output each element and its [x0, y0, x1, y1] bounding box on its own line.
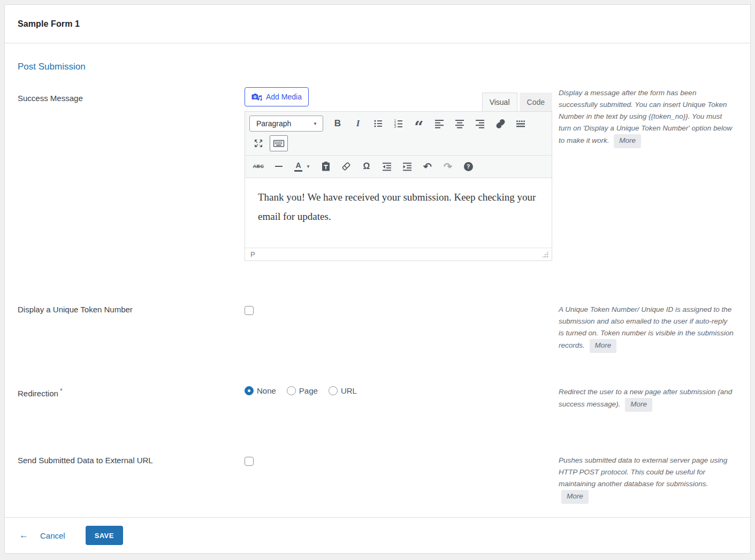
- redirection-help: Redirect the user to a new page after su…: [559, 386, 734, 412]
- numbered-list-icon: 123: [393, 118, 404, 129]
- toolbar-bold-button[interactable]: B: [329, 116, 347, 132]
- external-url-label: Send Submitted Data to External URL: [18, 455, 245, 465]
- radio-page[interactable]: [287, 386, 296, 395]
- radio-url[interactable]: [329, 386, 338, 395]
- editor-content[interactable]: Thank you! We have received your submiss…: [245, 178, 552, 248]
- section-title-post-submission[interactable]: Post Submission: [18, 62, 737, 72]
- redirection-label: Redirection*: [18, 386, 245, 398]
- toolbar-special-character-button[interactable]: Ω: [357, 158, 376, 174]
- redirection-label-text: Redirection: [18, 389, 58, 398]
- radio-option-page[interactable]: Page: [287, 386, 318, 395]
- chevron-down-icon: ▼: [313, 121, 317, 126]
- toolbar-align-center-button[interactable]: [451, 116, 469, 132]
- help-col-external-url: Pushes submitted data to external server…: [552, 455, 734, 504]
- eraser-icon: [341, 161, 352, 172]
- svg-text:3: 3: [394, 125, 396, 128]
- toolbar-help-button[interactable]: ?: [459, 158, 477, 174]
- help-col-redirection: Redirect the user to a new page after su…: [552, 386, 734, 412]
- editor-statusbar: P: [245, 248, 552, 260]
- success-message-help: Display a message after the form has bee…: [559, 87, 734, 148]
- radio-url-label: URL: [341, 386, 357, 395]
- editor-toolbar: Paragraph ▼ B I 123 “: [245, 112, 552, 178]
- toolbar-insert-link-button[interactable]: [491, 116, 509, 132]
- bold-icon: B: [334, 118, 341, 129]
- help-col-success-message: Display a message after the form has bee…: [552, 87, 734, 148]
- toolbar-italic-button[interactable]: I: [349, 116, 367, 132]
- toolbar-clear-formatting-button[interactable]: [337, 158, 355, 174]
- radio-none-label: None: [257, 386, 276, 395]
- row-success-message: Success Message Add Media: [18, 87, 737, 261]
- editor-frame: Paragraph ▼ B I 123 “: [245, 111, 552, 261]
- blockquote-icon: “: [414, 125, 423, 130]
- more-button[interactable]: More: [561, 490, 589, 504]
- toolbar-fullscreen-button[interactable]: [249, 135, 268, 151]
- insert-link-icon: [495, 118, 506, 129]
- keyboard-toolbar-toggle-icon: [273, 138, 285, 149]
- toolbar-blockquote-button[interactable]: “: [410, 116, 428, 132]
- add-media-label: Add Media: [266, 93, 302, 101]
- undo-icon: ↶: [423, 162, 432, 172]
- toolbar-indent-button[interactable]: [398, 158, 416, 174]
- page-title: Sample Form 1: [18, 19, 80, 29]
- special-character-icon: Ω: [363, 162, 370, 171]
- redirection-radio-group: None Page URL: [245, 386, 552, 395]
- save-button[interactable]: SAVE: [86, 526, 123, 545]
- radio-option-none[interactable]: None: [245, 386, 276, 395]
- toolbar-read-more-button[interactable]: [512, 116, 530, 132]
- media-icon: [251, 92, 262, 102]
- toolbar-row-1: Paragraph ▼ B I 123 “: [245, 112, 552, 132]
- toolbar-numbered-list-button[interactable]: 123: [390, 116, 408, 132]
- paste-as-text-icon: [321, 161, 331, 172]
- toolbar-row-2: [245, 132, 552, 155]
- horizontal-rule-icon: [275, 166, 283, 167]
- card-footer: ← Cancel SAVE: [5, 517, 750, 553]
- wp-editor: Add Media Visual Code Paragraph ▼: [245, 87, 552, 261]
- external-url-checkbox[interactable]: [245, 457, 254, 466]
- toolbar-align-right-button[interactable]: [471, 116, 489, 132]
- toolbar-horizontal-rule-button[interactable]: [270, 158, 288, 174]
- radio-option-url[interactable]: URL: [329, 386, 357, 395]
- radio-none-selected[interactable]: [245, 386, 254, 395]
- chevron-down-icon: ▼: [306, 164, 310, 169]
- row-external-url: Send Submitted Data to External URL Push…: [18, 455, 737, 504]
- help-text-success: Display a message after the form has bee…: [559, 89, 732, 144]
- help-icon: ?: [464, 162, 473, 171]
- cancel-link[interactable]: Cancel: [40, 531, 65, 540]
- fullscreen-icon: [253, 138, 264, 149]
- editor-top-bar: Add Media Visual Code: [245, 87, 552, 111]
- more-button[interactable]: More: [614, 134, 641, 148]
- decrease-indent-icon: [382, 161, 392, 172]
- card-body: Post Submission Success Message: [5, 43, 750, 517]
- unique-token-checkbox[interactable]: [245, 306, 254, 315]
- strikethrough-icon: ABC: [253, 164, 264, 169]
- toolbar-text-color-button[interactable]: A ▼: [290, 158, 315, 174]
- more-button[interactable]: More: [625, 398, 652, 412]
- toolbar-row-3: ABC A ▼ Ω: [245, 155, 552, 178]
- italic-icon: I: [356, 118, 360, 129]
- toolbar-paste-as-text-button[interactable]: [317, 158, 335, 174]
- editor-element-path[interactable]: P: [250, 250, 255, 258]
- toolbar-strikethrough-button[interactable]: ABC: [249, 158, 268, 174]
- paragraph-select-value: Paragraph: [256, 119, 291, 128]
- add-media-button[interactable]: Add Media: [245, 87, 309, 106]
- external-url-control: [245, 455, 552, 468]
- unique-token-control: [245, 304, 552, 317]
- toolbar-bulleted-list-button[interactable]: [369, 116, 387, 132]
- row-redirection: Redirection* None Page URL Redirect the …: [18, 386, 737, 412]
- more-button[interactable]: More: [590, 339, 617, 353]
- back-arrow-icon[interactable]: ←: [19, 530, 28, 541]
- toolbar-align-left-button[interactable]: [430, 116, 448, 132]
- toolbar-redo-button[interactable]: ↷: [439, 158, 457, 174]
- resize-grip[interactable]: [542, 251, 548, 258]
- toolbar-toggle-button[interactable]: [270, 135, 288, 151]
- editor-mode-tabs: Visual Code: [480, 93, 552, 111]
- tab-code[interactable]: Code: [520, 93, 552, 111]
- row-unique-token: Display a Unique Token Number A Unique T…: [18, 304, 737, 353]
- align-center-icon: [454, 118, 465, 129]
- align-right-icon: [475, 118, 485, 129]
- toolbar-outdent-button[interactable]: [378, 158, 396, 174]
- paragraph-format-select[interactable]: Paragraph ▼: [249, 116, 323, 132]
- toolbar-undo-button[interactable]: ↶: [418, 158, 437, 174]
- tab-visual[interactable]: Visual: [482, 93, 517, 111]
- redo-icon: ↷: [444, 162, 452, 172]
